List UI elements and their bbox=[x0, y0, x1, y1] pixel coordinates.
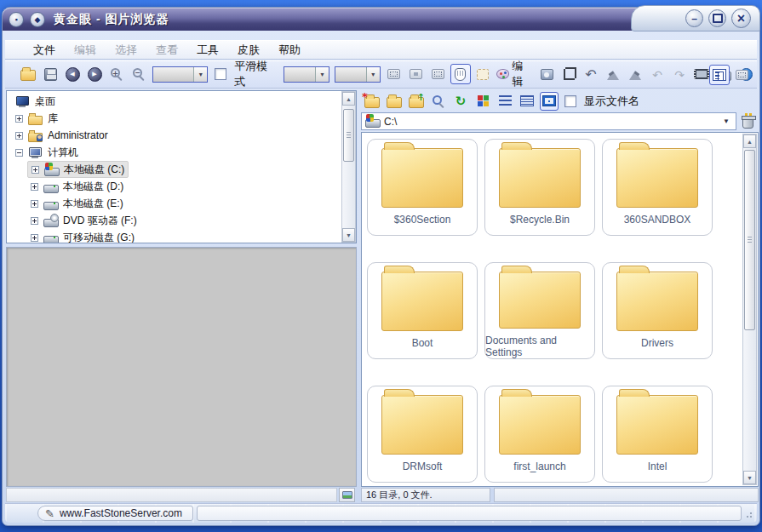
tree-item-label: 计算机 bbox=[48, 146, 78, 160]
openfolder-icon[interactable] bbox=[385, 92, 404, 111]
tree-item[interactable]: DVD 驱动器 (F:) bbox=[27, 212, 140, 229]
resize-grip[interactable] bbox=[745, 509, 752, 518]
close-icon[interactable]: × bbox=[731, 9, 751, 28]
expand-toggle-icon[interactable] bbox=[32, 166, 39, 174]
tree-scrollbar[interactable] bbox=[341, 91, 356, 243]
zoomout-icon[interactable] bbox=[129, 64, 149, 84]
address-value: C:\ bbox=[384, 116, 716, 128]
open-icon[interactable] bbox=[18, 64, 38, 84]
tree-item[interactable]: 计算机 bbox=[12, 144, 82, 161]
menu-item[interactable]: 工具 bbox=[187, 41, 228, 60]
listview-icon[interactable] bbox=[496, 92, 514, 111]
preview-toggle-button[interactable] bbox=[339, 488, 355, 502]
fitwin-icon[interactable] bbox=[428, 64, 449, 84]
folder-tile[interactable]: first_launch bbox=[484, 386, 595, 483]
browse-icon[interactable] bbox=[709, 65, 730, 85]
website-panel[interactable]: ✎ www.FastStoneServer.com bbox=[37, 506, 193, 521]
scroll-up-icon[interactable] bbox=[743, 134, 756, 148]
pin-icon[interactable]: ◆ bbox=[30, 12, 45, 27]
colors-icon[interactable] bbox=[473, 92, 492, 111]
upfolder-icon[interactable] bbox=[407, 92, 426, 111]
tree-item[interactable]: 桌面 bbox=[12, 93, 59, 110]
address-bar[interactable]: C:\ ▼ bbox=[361, 112, 736, 130]
forward-icon[interactable] bbox=[669, 64, 690, 84]
edit-icon[interactable]: 编辑 bbox=[495, 64, 535, 84]
dropdown-arrow-icon[interactable]: ▾ bbox=[366, 67, 380, 82]
delete-button[interactable] bbox=[736, 112, 759, 132]
menu-item[interactable]: 帮助 bbox=[269, 41, 310, 60]
folder-tile[interactable]: Drivers bbox=[602, 262, 713, 359]
tree-item[interactable]: Administrator bbox=[12, 127, 112, 144]
refresh-icon[interactable] bbox=[451, 92, 470, 111]
search-icon[interactable] bbox=[429, 92, 448, 111]
horizontal-scrollbar[interactable] bbox=[6, 488, 337, 502]
tree-item[interactable]: 本地磁盘 (D:) bbox=[27, 178, 127, 195]
scroll-down-icon[interactable] bbox=[342, 228, 355, 242]
actual-icon[interactable] bbox=[406, 64, 427, 84]
dropdown-arrow-icon[interactable]: ▾ bbox=[315, 67, 329, 82]
scroll-up-icon[interactable] bbox=[342, 92, 355, 106]
folder-tile[interactable]: $360Section bbox=[367, 139, 478, 236]
minimize-icon[interactable]: – bbox=[685, 9, 703, 27]
hand-icon[interactable] bbox=[450, 64, 471, 84]
tree-item[interactable]: 可移动磁盘 (G:) bbox=[27, 229, 138, 243]
folder-tile[interactable]: DRMsoft bbox=[367, 386, 478, 483]
fitimg-icon[interactable] bbox=[384, 64, 404, 84]
menu-item: 编辑 bbox=[65, 41, 106, 60]
zoomin-icon[interactable] bbox=[106, 64, 127, 84]
expand-toggle-icon[interactable] bbox=[31, 200, 38, 208]
title-bar[interactable]: ▪ ◆ 黄金眼 - 图片浏览器 – × bbox=[3, 8, 759, 31]
scroll-thumb[interactable] bbox=[343, 109, 354, 162]
prev-icon[interactable] bbox=[62, 64, 83, 84]
folder-tree: 桌面库Administrator计算机本地磁盘 (C:)本地磁盘 (D:)本地磁… bbox=[7, 93, 341, 243]
next-icon[interactable] bbox=[84, 64, 105, 84]
expand-toggle-icon[interactable] bbox=[31, 183, 38, 191]
save-icon[interactable] bbox=[40, 64, 60, 84]
expand-toggle-icon[interactable] bbox=[15, 132, 23, 140]
folder-tile[interactable]: $Recycle.Bin bbox=[484, 139, 595, 236]
folder-name: 360SANDBOX bbox=[624, 214, 691, 226]
tree-item[interactable]: 本地磁盘 (E:) bbox=[27, 195, 127, 212]
smooth-option-1-combo[interactable]: ▾ bbox=[284, 66, 329, 83]
scroll-thumb[interactable] bbox=[744, 150, 755, 330]
tree-item-label: Administrator bbox=[48, 129, 108, 141]
tree-item[interactable]: 库 bbox=[12, 110, 61, 127]
folder-name: Intel bbox=[648, 460, 667, 472]
expand-toggle-icon[interactable] bbox=[15, 115, 23, 123]
folder-tile[interactable]: 360SANDBOX bbox=[602, 139, 713, 236]
menu-item[interactable]: 皮肤 bbox=[228, 41, 269, 60]
website-link[interactable]: www.FastStoneServer.com bbox=[60, 507, 182, 519]
select-icon[interactable] bbox=[473, 64, 493, 84]
back-icon[interactable] bbox=[647, 64, 667, 84]
tree-item[interactable]: 本地磁盘 (C:) bbox=[27, 161, 129, 178]
smooth-option-2-combo[interactable]: ▾ bbox=[335, 66, 381, 83]
menu-item[interactable]: 文件 bbox=[24, 41, 65, 60]
crop-icon[interactable] bbox=[559, 64, 579, 84]
folder-tile[interactable]: Boot bbox=[367, 262, 478, 359]
fullscreen-icon[interactable] bbox=[731, 65, 752, 85]
newfolder-icon[interactable] bbox=[363, 92, 381, 111]
system-menu-icon[interactable]: ▪ bbox=[9, 12, 24, 27]
rotl-icon[interactable] bbox=[603, 64, 623, 84]
expand-toggle-icon[interactable] bbox=[31, 234, 38, 242]
app-window: ▪ ◆ 黄金眼 - 图片浏览器 – × 文件编辑选择查看工具皮肤帮助 ▾平滑模式… bbox=[2, 7, 760, 526]
zoom-level-combo[interactable]: ▾ bbox=[152, 66, 208, 83]
scroll-down-icon[interactable] bbox=[743, 471, 756, 484]
adjust-icon[interactable] bbox=[536, 64, 557, 84]
folder-tile[interactable]: Intel bbox=[602, 386, 713, 483]
expand-toggle-icon[interactable] bbox=[31, 217, 38, 225]
expand-toggle-icon[interactable] bbox=[15, 149, 23, 157]
thumbview-icon[interactable] bbox=[540, 92, 559, 111]
maximize-icon[interactable] bbox=[708, 9, 726, 27]
view-mode-toolbar bbox=[708, 60, 753, 89]
smooth-mode-checkbox[interactable] bbox=[215, 68, 226, 80]
thumbnail-scrollbar[interactable] bbox=[742, 134, 757, 485]
rotr-icon[interactable] bbox=[625, 64, 645, 84]
detailview-icon[interactable] bbox=[518, 92, 536, 111]
undo-icon[interactable] bbox=[581, 64, 601, 84]
dropdown-arrow-icon[interactable]: ▾ bbox=[193, 67, 207, 82]
dropdown-arrow-icon[interactable]: ▼ bbox=[720, 117, 732, 125]
folder-tile[interactable]: Documents and Settings bbox=[484, 262, 595, 359]
show-filenames-checkbox[interactable] bbox=[564, 95, 576, 107]
toolbar-label: 显示文件名 bbox=[584, 94, 639, 109]
